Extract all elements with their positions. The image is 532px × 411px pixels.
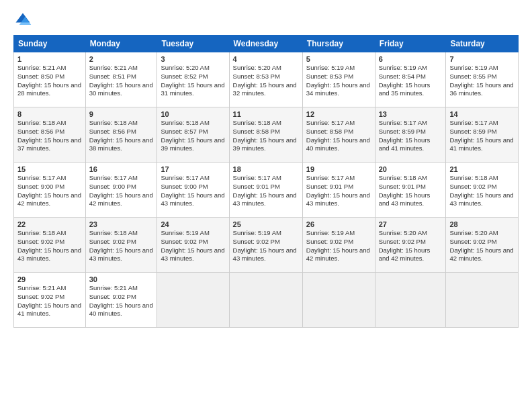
daylight-label: Daylight: 15 hours and 43 minutes. bbox=[233, 246, 297, 263]
daylight-label: Daylight: 15 hours and 42 minutes. bbox=[449, 246, 513, 263]
day-number: 28 bbox=[449, 220, 515, 228]
calendar-cell: 1 Sunrise: 5:21 AM Sunset: 8:50 PM Dayli… bbox=[14, 52, 86, 107]
calendar-cell: 13 Sunrise: 5:17 AM Sunset: 8:59 PM Dayl… bbox=[375, 107, 446, 163]
cell-content: Sunrise: 5:19 AM Sunset: 9:02 PM Dayligh… bbox=[306, 229, 371, 263]
cell-content: Sunrise: 5:21 AM Sunset: 8:50 PM Dayligh… bbox=[17, 64, 82, 98]
sunset-label: Sunset: 8:53 PM bbox=[233, 73, 280, 80]
cell-content: Sunrise: 5:21 AM Sunset: 9:02 PM Dayligh… bbox=[89, 284, 154, 318]
calendar-cell bbox=[375, 273, 446, 328]
sunrise-label: Sunrise: 5:20 AM bbox=[233, 64, 281, 71]
sunrise-label: Sunrise: 5:19 AM bbox=[306, 229, 355, 236]
sunrise-label: Sunrise: 5:21 AM bbox=[89, 284, 138, 291]
cell-content: Sunrise: 5:18 AM Sunset: 9:02 PM Dayligh… bbox=[449, 174, 515, 208]
daylight-label: Daylight: 15 hours and 43 minutes. bbox=[379, 191, 431, 208]
daylight-label: Daylight: 15 hours and 41 minutes. bbox=[17, 302, 81, 318]
day-number: 9 bbox=[89, 110, 154, 118]
logo-icon bbox=[13, 11, 32, 30]
daylight-label: Daylight: 15 hours and 42 minutes. bbox=[379, 246, 431, 263]
sunrise-label: Sunrise: 5:19 AM bbox=[233, 229, 281, 236]
sunset-label: Sunset: 9:01 PM bbox=[306, 183, 353, 190]
day-number: 7 bbox=[449, 55, 515, 63]
sunrise-label: Sunrise: 5:17 AM bbox=[449, 119, 498, 126]
sunrise-label: Sunrise: 5:18 AM bbox=[17, 119, 66, 126]
day-number: 14 bbox=[449, 110, 515, 118]
daylight-label: Daylight: 15 hours and 43 minutes. bbox=[449, 191, 513, 208]
sunrise-label: Sunrise: 5:20 AM bbox=[449, 229, 498, 236]
sunrise-label: Sunrise: 5:18 AM bbox=[89, 229, 138, 236]
sunrise-label: Sunrise: 5:20 AM bbox=[161, 64, 209, 71]
calendar-cell: 16 Sunrise: 5:17 AM Sunset: 9:00 PM Dayl… bbox=[85, 163, 157, 218]
sunset-label: Sunset: 8:56 PM bbox=[89, 128, 136, 135]
cell-content: Sunrise: 5:17 AM Sunset: 9:00 PM Dayligh… bbox=[89, 174, 154, 208]
cell-content: Sunrise: 5:18 AM Sunset: 8:58 PM Dayligh… bbox=[233, 119, 299, 153]
day-number: 30 bbox=[89, 275, 154, 283]
day-number: 19 bbox=[306, 165, 371, 173]
daylight-label: Daylight: 15 hours and 43 minutes. bbox=[89, 246, 153, 263]
header bbox=[13, 11, 519, 30]
calendar-cell: 9 Sunrise: 5:18 AM Sunset: 8:56 PM Dayli… bbox=[85, 107, 157, 163]
daylight-label: Daylight: 15 hours and 43 minutes. bbox=[17, 246, 81, 263]
cell-content: Sunrise: 5:18 AM Sunset: 8:57 PM Dayligh… bbox=[161, 119, 225, 153]
sunrise-label: Sunrise: 5:17 AM bbox=[89, 174, 138, 181]
sunset-label: Sunset: 8:58 PM bbox=[233, 128, 280, 135]
calendar-header-wednesday: Wednesday bbox=[229, 36, 302, 52]
day-number: 23 bbox=[89, 220, 154, 228]
calendar-cell: 26 Sunrise: 5:19 AM Sunset: 9:02 PM Dayl… bbox=[302, 218, 375, 273]
sunset-label: Sunset: 8:58 PM bbox=[306, 128, 353, 135]
daylight-label: Daylight: 15 hours and 40 minutes. bbox=[89, 302, 153, 318]
cell-content: Sunrise: 5:17 AM Sunset: 8:59 PM Dayligh… bbox=[379, 119, 443, 153]
calendar-cell: 3 Sunrise: 5:20 AM Sunset: 8:52 PM Dayli… bbox=[157, 52, 229, 107]
cell-content: Sunrise: 5:17 AM Sunset: 9:00 PM Dayligh… bbox=[17, 174, 82, 208]
day-number: 8 bbox=[17, 110, 82, 118]
daylight-label: Daylight: 15 hours and 43 minutes. bbox=[233, 191, 297, 208]
sunset-label: Sunset: 9:02 PM bbox=[449, 183, 496, 190]
sunset-label: Sunset: 9:01 PM bbox=[233, 183, 280, 190]
day-number: 4 bbox=[233, 55, 299, 63]
daylight-label: Daylight: 15 hours and 43 minutes. bbox=[161, 191, 224, 208]
calendar-cell: 7 Sunrise: 5:19 AM Sunset: 8:55 PM Dayli… bbox=[446, 52, 519, 107]
cell-content: Sunrise: 5:20 AM Sunset: 9:02 PM Dayligh… bbox=[379, 229, 443, 263]
calendar-week-2: 8 Sunrise: 5:18 AM Sunset: 8:56 PM Dayli… bbox=[14, 107, 519, 163]
logo bbox=[13, 11, 35, 30]
calendar-header-saturday: Saturday bbox=[446, 36, 519, 52]
sunrise-label: Sunrise: 5:17 AM bbox=[161, 174, 209, 181]
daylight-label: Daylight: 15 hours and 30 minutes. bbox=[89, 81, 153, 97]
cell-content: Sunrise: 5:18 AM Sunset: 9:02 PM Dayligh… bbox=[17, 229, 82, 263]
sunset-label: Sunset: 8:52 PM bbox=[161, 73, 208, 80]
daylight-label: Daylight: 15 hours and 37 minutes. bbox=[17, 136, 81, 152]
sunset-label: Sunset: 8:59 PM bbox=[449, 128, 496, 135]
day-number: 11 bbox=[233, 110, 299, 118]
daylight-label: Daylight: 15 hours and 39 minutes. bbox=[233, 136, 297, 152]
calendar-cell: 29 Sunrise: 5:21 AM Sunset: 9:02 PM Dayl… bbox=[14, 273, 86, 328]
day-number: 13 bbox=[379, 110, 443, 118]
sunrise-label: Sunrise: 5:21 AM bbox=[89, 64, 138, 71]
daylight-label: Daylight: 15 hours and 35 minutes. bbox=[379, 81, 431, 97]
calendar-cell: 30 Sunrise: 5:21 AM Sunset: 9:02 PM Dayl… bbox=[85, 273, 157, 328]
sunrise-label: Sunrise: 5:17 AM bbox=[379, 119, 427, 126]
sunset-label: Sunset: 9:02 PM bbox=[233, 238, 280, 245]
calendar-header-monday: Monday bbox=[85, 36, 157, 52]
calendar-cell: 21 Sunrise: 5:18 AM Sunset: 9:02 PM Dayl… bbox=[446, 163, 519, 218]
calendar-cell: 23 Sunrise: 5:18 AM Sunset: 9:02 PM Dayl… bbox=[85, 218, 157, 273]
cell-content: Sunrise: 5:19 AM Sunset: 9:02 PM Dayligh… bbox=[233, 229, 299, 263]
calendar-table: SundayMondayTuesdayWednesdayThursdayFrid… bbox=[13, 35, 519, 328]
day-number: 10 bbox=[161, 110, 225, 118]
sunrise-label: Sunrise: 5:19 AM bbox=[306, 64, 355, 71]
calendar-header-row: SundayMondayTuesdayWednesdayThursdayFrid… bbox=[14, 36, 519, 52]
sunrise-label: Sunrise: 5:18 AM bbox=[379, 174, 427, 181]
calendar-cell bbox=[302, 273, 375, 328]
cell-content: Sunrise: 5:20 AM Sunset: 8:52 PM Dayligh… bbox=[161, 64, 225, 98]
day-number: 12 bbox=[306, 110, 371, 118]
daylight-label: Daylight: 15 hours and 41 minutes. bbox=[449, 136, 513, 152]
sunrise-label: Sunrise: 5:17 AM bbox=[17, 174, 66, 181]
sunrise-label: Sunrise: 5:21 AM bbox=[17, 64, 66, 71]
daylight-label: Daylight: 15 hours and 43 minutes. bbox=[306, 191, 370, 208]
calendar-cell: 8 Sunrise: 5:18 AM Sunset: 8:56 PM Dayli… bbox=[14, 107, 86, 163]
sunset-label: Sunset: 9:02 PM bbox=[306, 238, 353, 245]
daylight-label: Daylight: 15 hours and 31 minutes. bbox=[161, 81, 224, 97]
calendar-header-tuesday: Tuesday bbox=[157, 36, 229, 52]
cell-content: Sunrise: 5:17 AM Sunset: 8:58 PM Dayligh… bbox=[306, 119, 371, 153]
day-number: 3 bbox=[161, 55, 225, 63]
calendar-cell: 19 Sunrise: 5:17 AM Sunset: 9:01 PM Dayl… bbox=[302, 163, 375, 218]
day-number: 5 bbox=[306, 55, 371, 63]
